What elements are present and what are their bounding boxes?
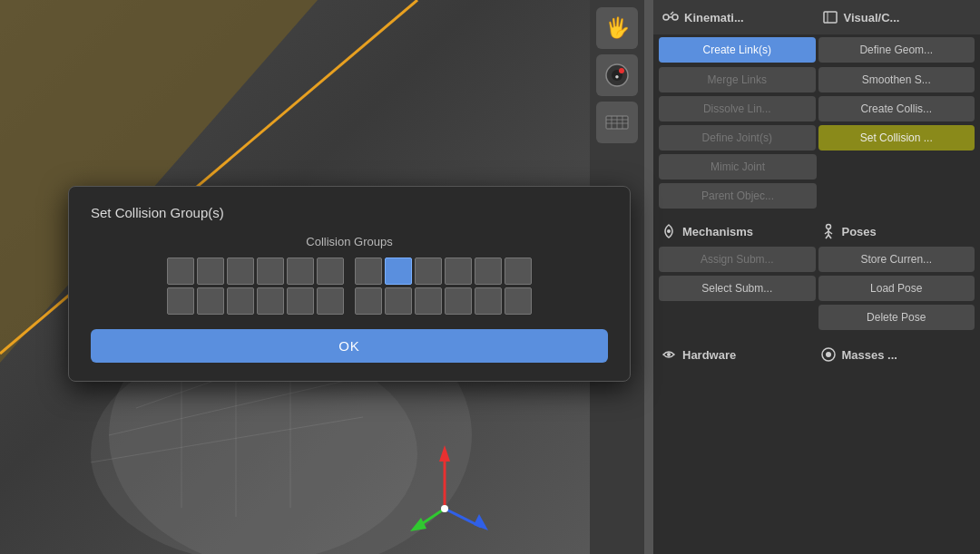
- define-joints-btn[interactable]: Define Joint(s): [659, 125, 816, 151]
- svg-marker-13: [474, 514, 488, 530]
- collision-cells-right: [355, 258, 532, 315]
- cell-r-5[interactable]: [505, 258, 532, 285]
- collision-groups-row: [91, 258, 608, 315]
- cell-l-6[interactable]: [167, 287, 194, 315]
- cell-l-7[interactable]: [197, 287, 224, 315]
- smoothen-btn[interactable]: Smoothen S...: [818, 67, 975, 92]
- cell-l-8[interactable]: [227, 287, 254, 315]
- cell-l-11[interactable]: [317, 287, 344, 315]
- load-pose-btn[interactable]: Load Pose: [818, 276, 975, 301]
- cell-r-11[interactable]: [505, 287, 532, 315]
- row-define-joint: Define Joint(s) Set Collision ...: [653, 123, 980, 152]
- mimic-joint-btn[interactable]: Mimic Joint: [659, 154, 817, 180]
- poses-icon: [820, 223, 837, 239]
- ok-button[interactable]: OK: [91, 329, 608, 363]
- kinematics-header: Kinemati...: [659, 4, 816, 31]
- cell-l-4[interactable]: [287, 258, 314, 285]
- row-create-links: Create Link(s) Define Geom...: [653, 34, 980, 65]
- delete-pose-btn[interactable]: Delete Pose: [818, 305, 975, 330]
- svg-line-39: [828, 235, 831, 238]
- hardware-header: Hardware: [659, 343, 816, 366]
- top-section-headers: Kinemati... Visual/C...: [653, 0, 980, 34]
- row-merge-links: Merge Links Smoothen S...: [653, 65, 980, 94]
- svg-point-40: [667, 353, 671, 356]
- cell-l-0[interactable]: [167, 258, 194, 285]
- assign-subm-btn[interactable]: Assign Subm...: [659, 247, 816, 272]
- set-collision-btn[interactable]: Set Collision ...: [818, 125, 975, 151]
- hardware-icon: [661, 346, 677, 363]
- row-select-subm: Select Subm... Load Pose: [653, 274, 980, 303]
- svg-point-42: [826, 352, 831, 357]
- svg-point-27: [663, 15, 669, 20]
- parent-object-btn[interactable]: Parent Objec...: [659, 183, 817, 209]
- svg-marker-11: [439, 445, 450, 462]
- mechanisms-poses-headers: Mechanisms Poses: [653, 218, 980, 245]
- cell-r-4[interactable]: [475, 258, 502, 285]
- svg-point-16: [441, 505, 448, 512]
- select-subm-btn[interactable]: Select Subm...: [659, 276, 816, 301]
- right-panel: Kinemati... Visual/C... Create Link(s) D…: [653, 0, 980, 554]
- svg-point-19: [619, 68, 624, 73]
- cell-r-1[interactable]: [385, 258, 412, 285]
- hardware-masses-headers: Hardware Masses ...: [653, 341, 980, 368]
- row-assign-subm: Assign Subm... Store Curren...: [653, 245, 980, 274]
- poses-header: Poses: [818, 219, 975, 243]
- cell-r-8[interactable]: [415, 287, 442, 315]
- collision-groups-label: Collision Groups: [91, 235, 608, 248]
- cell-l-1[interactable]: [197, 258, 224, 285]
- create-links-btn[interactable]: Create Link(s): [659, 37, 816, 63]
- svg-point-33: [667, 229, 671, 233]
- cell-l-9[interactable]: [257, 287, 284, 315]
- masses-icon: [820, 346, 837, 363]
- cell-r-2[interactable]: [415, 258, 442, 285]
- solar-panel-icon[interactable]: [596, 102, 638, 143]
- set-collision-dialog: Set Collision Group(s) Collision Groups: [68, 186, 631, 382]
- cell-l-2[interactable]: [227, 258, 254, 285]
- gizmo-arrows: [399, 427, 490, 536]
- row-mimic-joint: Mimic Joint: [653, 152, 980, 181]
- dissolve-links-btn[interactable]: Dissolve Lin...: [659, 96, 816, 121]
- visual-header: Visual/C...: [818, 4, 975, 31]
- row-parent-object: Parent Objec...: [653, 181, 980, 210]
- define-geom-btn[interactable]: Define Geom...: [818, 37, 975, 63]
- svg-rect-31: [824, 12, 837, 23]
- svg-text:●: ●: [615, 73, 620, 81]
- cell-r-7[interactable]: [385, 287, 412, 315]
- create-collis-btn[interactable]: Create Collis...: [818, 96, 975, 121]
- merge-links-btn[interactable]: Merge Links: [659, 67, 816, 92]
- camera-record-icon[interactable]: ●: [596, 54, 638, 96]
- svg-point-34: [826, 225, 830, 229]
- row-dissolve: Dissolve Lin... Create Collis...: [653, 94, 980, 123]
- svg-point-28: [672, 15, 678, 20]
- kinematics-icon: [662, 9, 679, 25]
- cell-r-9[interactable]: [445, 287, 472, 315]
- hand-tool-icon[interactable]: 🖐: [596, 7, 638, 49]
- dialog-title: Set Collision Group(s): [91, 205, 608, 220]
- svg-line-30: [671, 12, 673, 15]
- cell-l-10[interactable]: [287, 287, 314, 315]
- mechanisms-icon: [661, 223, 677, 239]
- mechanisms-header: Mechanisms: [659, 219, 816, 243]
- row-delete-pose: Delete Pose: [653, 303, 980, 332]
- collision-cells-left: [167, 258, 344, 315]
- svg-marker-15: [410, 518, 426, 531]
- cell-r-6[interactable]: [355, 287, 382, 315]
- masses-header: Masses ...: [818, 343, 975, 366]
- cell-r-3[interactable]: [445, 258, 472, 285]
- visual-icon: [822, 9, 838, 25]
- cell-l-5[interactable]: [317, 258, 344, 285]
- cell-l-3[interactable]: [257, 258, 284, 285]
- cell-r-0[interactable]: [355, 258, 382, 285]
- cell-r-10[interactable]: [475, 287, 502, 315]
- store-current-btn[interactable]: Store Curren...: [818, 247, 975, 272]
